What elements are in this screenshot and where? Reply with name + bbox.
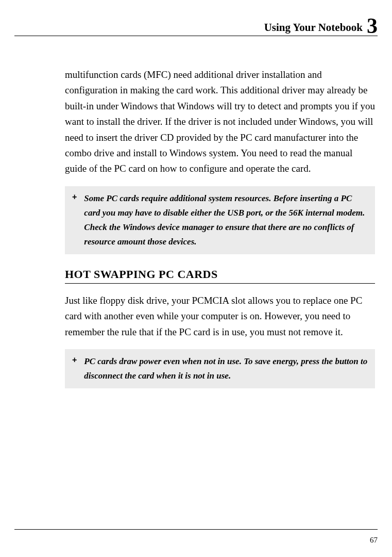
section-heading-text: HOT SWAPPING PC CARDS [65,268,218,281]
page: Using Your Notebook 3 multifunction card… [0,0,392,557]
note-text: Some PC cards require additional system … [84,191,368,249]
page-number: 67 [370,536,378,544]
section-body-paragraph: Just like floppy disk drive, your PCMCIA… [65,293,375,340]
note-text: PC cards draw power even when not in use… [84,354,368,383]
note-marker-icon: + [72,354,77,383]
note-box: + PC cards draw power even when not in u… [65,349,375,388]
footer-line: 67 [14,529,378,545]
section-heading: HOT SWAPPING PC CARDS [65,268,375,284]
note-box: + Some PC cards require additional syste… [65,186,375,254]
page-footer: 67 [14,529,378,545]
header-chapter-number: 3 [367,15,378,37]
page-header: Using Your Notebook 3 [14,13,378,36]
note-marker-icon: + [72,191,77,249]
body-paragraph: multifunction cards (MFC) need additiona… [65,67,375,177]
header-title: Using Your Notebook [264,21,363,34]
content-area: multifunction cards (MFC) need additiona… [14,67,378,388]
